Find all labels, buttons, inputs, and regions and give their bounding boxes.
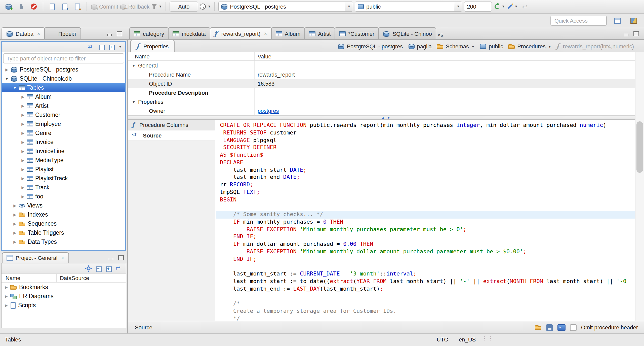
tree-item-tables[interactable]: ▼Tables: [2, 83, 125, 92]
omit-header-checkbox[interactable]: [570, 324, 577, 331]
property-row-object-id[interactable]: Object ID16,583: [128, 79, 635, 88]
tree-item-views[interactable]: ▶Views: [2, 201, 125, 210]
chevron-right-icon[interactable]: ▶: [12, 221, 18, 226]
chevron-right-icon[interactable]: ▶: [4, 285, 9, 289]
tree-item-genre[interactable]: ▶Genre: [2, 128, 125, 137]
splitter-sash[interactable]: ▲ ▼: [128, 115, 644, 120]
collapse-all-icon[interactable]: [96, 265, 102, 271]
tab-overflow-button[interactable]: »5: [436, 32, 445, 39]
close-icon[interactable]: ×: [264, 30, 267, 37]
save-icon[interactable]: [546, 324, 553, 331]
undo-button[interactable]: ↩: [519, 1, 530, 12]
sash-down-icon[interactable]: ▼: [387, 116, 390, 119]
code-line[interactable]: last_month_start DATE;: [220, 166, 635, 174]
status-timezone[interactable]: UTC: [437, 336, 448, 342]
chevron-right-icon[interactable]: ▶: [20, 122, 26, 126]
code-line[interactable]: /* Some sanity checks... */: [216, 211, 635, 219]
close-icon[interactable]: ×: [37, 30, 40, 37]
chevron-right-icon[interactable]: ▶: [4, 303, 9, 307]
chevron-down-icon[interactable]: ▼: [471, 45, 475, 48]
open-sql-editor-button[interactable]: [59, 1, 70, 12]
code-line[interactable]: rr RECORD;: [220, 181, 635, 189]
tab-rewards-report[interactable]: rewards_report(×: [210, 27, 272, 39]
sql-console-button[interactable]: [72, 1, 83, 12]
tab-category[interactable]: category: [129, 27, 169, 39]
link-with-editor-icon[interactable]: [116, 265, 122, 272]
chevron-right-icon[interactable]: ▶: [20, 167, 26, 171]
source-code-viewer[interactable]: CREATE OR REPLACE FUNCTION public.reward…: [216, 120, 635, 321]
expand-all-icon[interactable]: [108, 44, 114, 50]
code-line[interactable]: /*: [220, 300, 635, 308]
breadcrumb-item-procedures[interactable]: Procedures▼: [508, 43, 551, 49]
subtab-source[interactable]: Source: [128, 130, 215, 141]
code-line[interactable]: last_month_start := CURRENT_DATE - '3 mo…: [220, 270, 635, 278]
code-line[interactable]: IF min_dollar_amount_purchased = 0.00 TH…: [220, 241, 635, 248]
chevron-right-icon[interactable]: ▶: [20, 158, 26, 162]
code-line[interactable]: DECLARE: [220, 159, 635, 167]
maximize-icon[interactable]: [118, 255, 124, 260]
tree-item-album[interactable]: ▶Album: [2, 92, 125, 101]
chevron-right-icon[interactable]: ▶: [20, 185, 26, 190]
tab-project-general[interactable]: Project - General ×: [2, 252, 69, 263]
connect-button[interactable]: [16, 1, 27, 12]
property-row-owner[interactable]: Ownerpostgres: [128, 106, 635, 115]
project-item-scripts[interactable]: ▶Scripts: [2, 301, 126, 310]
breadcrumb-item-postgresql-postgres[interactable]: PostgreSQL - postgres: [338, 43, 403, 50]
schema-combo-button[interactable]: ▼: [454, 2, 462, 11]
chevron-right-icon[interactable]: ▶: [12, 203, 18, 208]
column-header-datasource[interactable]: DataSource: [57, 275, 89, 281]
tree-item-customer[interactable]: ▶Customer: [2, 110, 125, 119]
open-file-icon[interactable]: [535, 324, 542, 330]
breadcrumb-item-schemas[interactable]: Schemas▼: [437, 43, 475, 49]
collapse-all-icon[interactable]: [98, 44, 104, 50]
rollback-button[interactable]: Rollback: [120, 1, 149, 12]
close-icon[interactable]: ×: [61, 255, 64, 261]
tools-button[interactable]: ▼: [506, 1, 518, 12]
code-line[interactable]: RETURNS SETOF customer: [220, 129, 635, 137]
scrollbar-thumb[interactable]: [636, 121, 643, 173]
code-line[interactable]: last_month_end DATE;: [220, 174, 635, 182]
chevron-right-icon[interactable]: ▶: [20, 94, 26, 99]
code-line[interactable]: BEGIN: [220, 196, 635, 204]
schema-combo[interactable]: public ▼: [355, 2, 462, 12]
project-item-er-diagrams[interactable]: ▶ER Diagrams: [2, 292, 126, 301]
chevron-right-icon[interactable]: ▶: [20, 176, 26, 181]
sash-up-icon[interactable]: ▲: [381, 116, 385, 119]
tab-properties[interactable]: Properties: [130, 40, 175, 52]
tree-item-sqlite-chinook-db[interactable]: ▼SQLite - Chinook.db: [2, 74, 125, 83]
chevron-right-icon[interactable]: ▶: [20, 103, 26, 108]
code-line[interactable]: [220, 204, 635, 211]
column-header-name[interactable]: Name: [2, 274, 57, 282]
editor-scrollbar[interactable]: [635, 52, 644, 321]
code-line[interactable]: last_month_end := LAST_DAY(last_month_st…: [220, 285, 635, 293]
chevron-right-icon[interactable]: ▶: [4, 67, 10, 72]
tab-проект[interactable]: Проект: [44, 27, 81, 39]
chevron-right-icon[interactable]: ▶: [20, 113, 26, 117]
tree-item-invoiceline[interactable]: ▶InvoiceLine: [2, 147, 125, 156]
chevron-right-icon[interactable]: ▶: [12, 212, 18, 217]
terminal-icon[interactable]: [557, 324, 566, 331]
breadcrumb-item-rewards-report-int4-numeric[interactable]: rewards_report(int4,numeric): [556, 43, 634, 50]
link-with-editor-icon[interactable]: [88, 44, 94, 50]
tree-item-track[interactable]: ▶Track: [2, 183, 125, 192]
tab-databa[interactable]: Databa×: [2, 27, 45, 39]
property-row-properties[interactable]: ▼Properties: [128, 97, 635, 106]
property-row-procedure-name[interactable]: Procedure Namerewards_report: [128, 70, 635, 79]
transaction-log-button[interactable]: ▼: [199, 1, 211, 12]
code-line[interactable]: Create a temporary storage area for Cust…: [220, 308, 635, 315]
commit-mode-button[interactable]: Auto: [170, 2, 198, 12]
chevron-right-icon[interactable]: ▶: [4, 294, 9, 298]
chevron-down-icon[interactable]: ▼: [4, 76, 10, 81]
tree-item-invoice[interactable]: ▶Invoice: [2, 137, 125, 147]
code-line[interactable]: LANGUAGE plpgsql: [220, 137, 635, 144]
tree-item-playlist[interactable]: ▶Playlist: [2, 165, 125, 174]
code-line[interactable]: */: [220, 315, 635, 321]
fetch-size-input[interactable]: [464, 2, 492, 12]
connection-combo[interactable]: PostgreSQL - postgres ▼: [218, 2, 353, 12]
status-locale[interactable]: en_US: [459, 336, 476, 342]
code-line[interactable]: RAISE EXCEPTION 'Minimum monthly purchas…: [220, 226, 635, 233]
minimize-icon[interactable]: [107, 31, 112, 36]
code-line[interactable]: RAISE EXCEPTION 'Minimum monthly dollar …: [220, 248, 635, 256]
maximize-icon[interactable]: [117, 31, 122, 36]
project-item-bookmarks[interactable]: ▶Bookmarks: [2, 283, 126, 292]
